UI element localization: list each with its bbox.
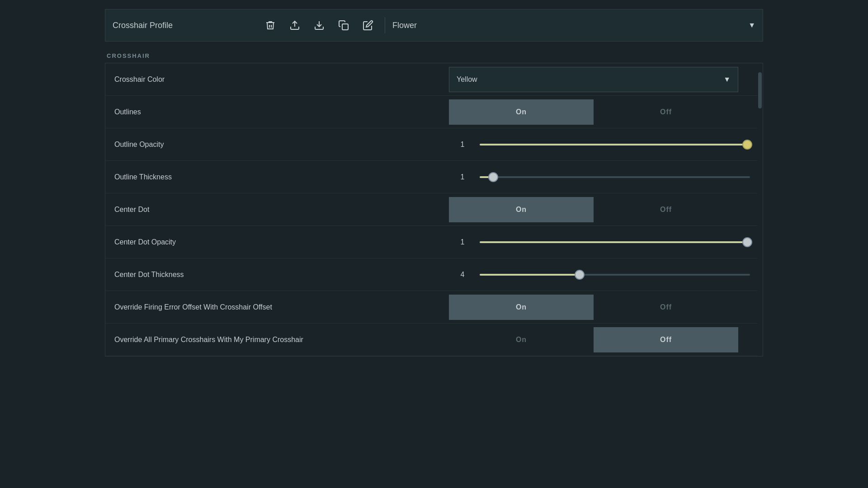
center-dot-opacity-control: 1 — [449, 238, 754, 246]
center-dot-opacity-fill — [480, 241, 747, 243]
center-dot-thickness-fill — [480, 274, 580, 276]
dropdown-arrow-icon: ▼ — [748, 21, 755, 29]
crosshair-color-label: Crosshair Color — [114, 75, 449, 84]
override-primary-off-button[interactable]: Off — [594, 327, 738, 352]
outline-opacity-label: Outline Opacity — [114, 141, 449, 149]
settings-panel: Crosshair Color Yellow ▼ Outlines On Off… — [105, 63, 763, 357]
import-button[interactable] — [310, 16, 329, 35]
export-button[interactable] — [285, 16, 304, 35]
outline-opacity-fill — [480, 144, 747, 145]
toolbar-icons — [261, 16, 377, 35]
svg-rect-2 — [342, 24, 348, 30]
override-primary-toggle-group: On Off — [449, 327, 738, 352]
center-dot-toggle-group: On Off — [449, 197, 738, 222]
outlines-label: Outlines — [114, 108, 449, 116]
outline-opacity-value: 1 — [449, 141, 476, 149]
profile-bar: Crosshair Profile — [105, 9, 763, 42]
center-dot-on-button[interactable]: On — [449, 197, 594, 222]
crosshair-color-value: Yellow — [457, 75, 477, 84]
crosshair-color-row: Crosshair Color Yellow ▼ — [105, 63, 763, 96]
center-dot-opacity-thumb[interactable] — [742, 237, 752, 247]
center-dot-opacity-slider[interactable] — [476, 241, 754, 243]
outline-thickness-row: Outline Thickness 1 — [105, 161, 763, 193]
copy-button[interactable] — [334, 16, 353, 35]
crosshair-color-control: Yellow ▼ — [449, 67, 754, 92]
profile-dropdown[interactable]: Flower ▼ — [392, 21, 755, 30]
outlines-control: On Off — [449, 99, 754, 125]
override-primary-on-button[interactable]: On — [449, 327, 594, 352]
outline-thickness-value: 1 — [449, 173, 476, 181]
center-dot-thickness-control: 4 — [449, 271, 754, 279]
override-firing-error-row: Override Firing Error Offset With Crossh… — [105, 291, 763, 324]
scrollbar[interactable] — [757, 63, 763, 356]
center-dot-opacity-value: 1 — [449, 238, 476, 246]
outlines-off-button[interactable]: Off — [594, 99, 738, 125]
override-primary-row: Override All Primary Crosshairs With My … — [105, 324, 763, 356]
override-firing-error-label: Override Firing Error Offset With Crossh… — [114, 303, 449, 311]
delete-button[interactable] — [261, 16, 280, 35]
toolbar-divider — [385, 17, 385, 33]
outline-opacity-row: Outline Opacity 1 — [105, 128, 763, 161]
center-dot-thickness-row: Center Dot Thickness 4 — [105, 258, 763, 291]
profile-value: Flower — [392, 21, 417, 30]
center-dot-thickness-slider[interactable] — [476, 274, 754, 276]
center-dot-thickness-value: 4 — [449, 271, 476, 279]
center-dot-label: Center Dot — [114, 206, 449, 214]
outline-thickness-thumb[interactable] — [488, 172, 498, 182]
center-dot-off-button[interactable]: Off — [594, 197, 738, 222]
center-dot-control: On Off — [449, 197, 754, 222]
outline-opacity-track — [480, 144, 750, 145]
override-firing-error-control: On Off — [449, 295, 754, 320]
outline-thickness-label: Outline Thickness — [114, 173, 449, 181]
center-dot-opacity-label: Center Dot Opacity — [114, 238, 449, 246]
override-firing-error-on-button[interactable]: On — [449, 295, 594, 320]
outlines-on-button[interactable]: On — [449, 99, 594, 125]
outline-thickness-slider[interactable] — [476, 176, 754, 178]
crosshair-color-dropdown[interactable]: Yellow ▼ — [449, 67, 738, 92]
center-dot-thickness-label: Center Dot Thickness — [114, 271, 449, 279]
outline-thickness-control: 1 — [449, 173, 754, 181]
center-dot-thickness-track — [480, 274, 750, 276]
override-firing-error-toggle-group: On Off — [449, 295, 738, 320]
scrollbar-thumb[interactable] — [758, 72, 762, 108]
profile-label: Crosshair Profile — [113, 21, 257, 30]
outlines-row: Outlines On Off — [105, 96, 763, 128]
outline-opacity-control: 1 — [449, 141, 754, 149]
scrollbar-track[interactable] — [757, 63, 763, 356]
override-primary-control: On Off — [449, 327, 754, 352]
outline-thickness-track — [480, 176, 750, 178]
override-primary-label: Override All Primary Crosshairs With My … — [114, 336, 449, 344]
override-firing-error-off-button[interactable]: Off — [594, 295, 738, 320]
edit-button[interactable] — [359, 16, 377, 35]
center-dot-row: Center Dot On Off — [105, 193, 763, 226]
color-dropdown-arrow-icon: ▼ — [723, 75, 731, 84]
center-dot-opacity-track — [480, 241, 750, 243]
section-header: CROSSHAIR — [105, 52, 763, 59]
outlines-toggle-group: On Off — [449, 99, 738, 125]
center-dot-thickness-thumb[interactable] — [575, 270, 585, 280]
outline-opacity-thumb[interactable] — [742, 140, 752, 150]
outline-opacity-slider[interactable] — [476, 144, 754, 145]
center-dot-opacity-row: Center Dot Opacity 1 — [105, 226, 763, 258]
